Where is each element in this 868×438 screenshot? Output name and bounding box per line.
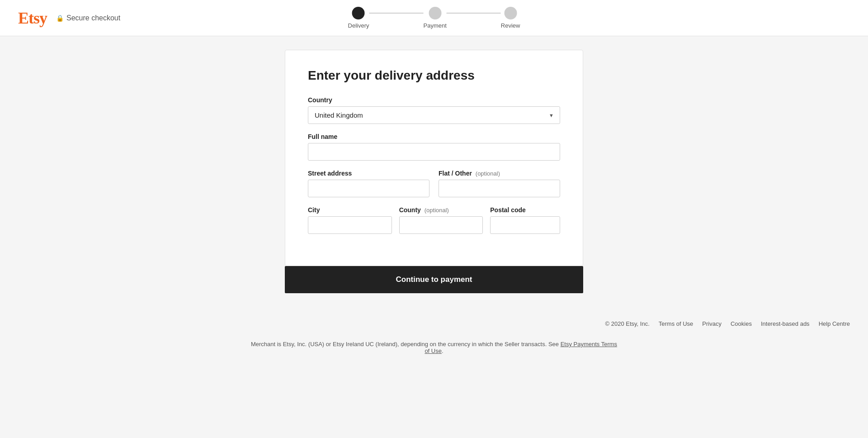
secure-checkout: 🔒 Secure checkout [56, 14, 120, 22]
footer-merchant-text: Merchant is Etsy, Inc. (USA) or Etsy Ire… [231, 341, 637, 354]
county-input[interactable] [399, 216, 483, 234]
main-content: Enter your delivery address Country Unit… [276, 50, 592, 266]
form-card: Enter your delivery address Country Unit… [285, 50, 583, 266]
footer-links: © 2020 Etsy, Inc. Terms of Use Privacy C… [18, 320, 850, 327]
footer-link-cookies[interactable]: Cookies [731, 320, 752, 327]
footer: © 2020 Etsy, Inc. Terms of Use Privacy C… [0, 320, 868, 372]
step-review: Review [501, 7, 520, 29]
postal-code-input[interactable] [490, 216, 560, 234]
etsy-logo[interactable]: Etsy [18, 9, 47, 28]
street-address-group: Street address [308, 170, 429, 197]
county-group: County (optional) [399, 206, 483, 234]
step-label-delivery: Delivery [348, 22, 369, 29]
country-group: Country United Kingdom United States Can… [308, 96, 560, 124]
city-label: City [308, 206, 392, 214]
street-address-label: Street address [308, 170, 429, 177]
step-line-1 [369, 13, 424, 14]
progress-steps: Delivery Payment Review [348, 7, 520, 29]
flat-other-input[interactable] [439, 180, 560, 197]
footer-link-help[interactable]: Help Centre [819, 320, 850, 327]
country-label: Country [308, 96, 560, 104]
county-optional: (optional) [425, 207, 449, 214]
postal-code-group: Postal code [490, 206, 560, 234]
lock-icon: 🔒 [56, 14, 64, 22]
flat-other-label: Flat / Other (optional) [439, 170, 560, 177]
full-name-label: Full name [308, 133, 560, 140]
step-line-2 [447, 13, 501, 14]
step-label-review: Review [501, 22, 520, 29]
continue-to-payment-button[interactable]: Continue to payment [285, 266, 583, 293]
street-address-input[interactable] [308, 180, 429, 197]
step-dot-review [504, 7, 517, 19]
flat-other-optional: (optional) [476, 170, 500, 177]
footer-copyright: © 2020 Etsy, Inc. [605, 320, 650, 327]
country-select-wrapper: United Kingdom United States Canada Aust… [308, 106, 560, 124]
footer-link-interest-ads[interactable]: Interest-based ads [761, 320, 810, 327]
step-payment: Payment [424, 7, 447, 29]
city-input[interactable] [308, 216, 392, 234]
step-label-payment: Payment [424, 22, 447, 29]
header-left: Etsy 🔒 Secure checkout [18, 9, 120, 28]
step-dot-payment [429, 7, 441, 19]
footer-link-privacy[interactable]: Privacy [702, 320, 722, 327]
step-delivery: Delivery [348, 7, 369, 29]
merchant-text-end: . [442, 348, 443, 354]
flat-other-group: Flat / Other (optional) [439, 170, 560, 197]
step-dot-delivery [352, 7, 365, 19]
form-title: Enter your delivery address [308, 68, 560, 83]
secure-checkout-label: Secure checkout [66, 14, 120, 22]
country-select[interactable]: United Kingdom United States Canada Aust… [308, 106, 560, 124]
btn-section: Continue to payment [276, 266, 592, 293]
header: Etsy 🔒 Secure checkout Delivery Payment … [0, 0, 868, 36]
full-name-input[interactable] [308, 143, 560, 161]
city-group: City [308, 206, 392, 234]
full-name-group: Full name [308, 133, 560, 161]
address-row: Street address Flat / Other (optional) [308, 170, 560, 206]
city-row: City County (optional) Postal code [308, 206, 560, 243]
county-label: County (optional) [399, 206, 483, 214]
postal-code-label: Postal code [490, 206, 560, 214]
merchant-text: Merchant is Etsy, Inc. (USA) or Etsy Ire… [251, 341, 561, 348]
footer-link-terms[interactable]: Terms of Use [659, 320, 693, 327]
